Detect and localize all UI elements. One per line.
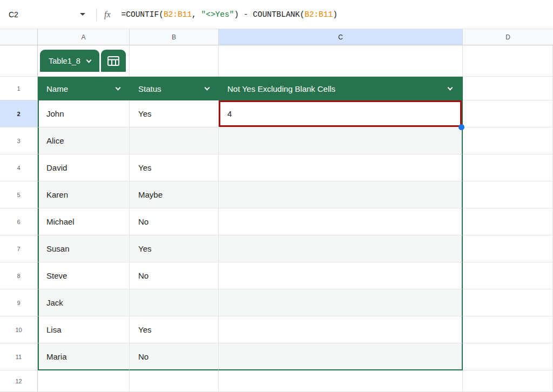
- cell-d4[interactable]: [463, 154, 553, 181]
- cell-a12[interactable]: [38, 370, 130, 392]
- table-header-row: 1 Name Status Not Yes Excluding Blank Ce…: [0, 77, 553, 100]
- row-header-10[interactable]: 10: [0, 316, 38, 343]
- select-all-corner[interactable]: [0, 29, 38, 45]
- column-header-b[interactable]: B: [130, 29, 219, 45]
- row-header-6[interactable]: 6: [0, 208, 38, 235]
- cell-value: 4: [227, 109, 232, 118]
- cell-a6[interactable]: Michael: [38, 208, 130, 235]
- cell-d12[interactable]: [463, 370, 553, 392]
- cell-d2[interactable]: [463, 100, 553, 127]
- table-header-cell-name[interactable]: Name: [38, 77, 130, 100]
- filter-chevron-icon[interactable]: [448, 85, 453, 90]
- cell-a2[interactable]: John: [38, 100, 130, 127]
- cell-d5[interactable]: [463, 181, 553, 208]
- fill-handle[interactable]: [458, 124, 464, 130]
- table-name-chip[interactable]: Table1_8: [40, 50, 99, 72]
- formula-token: - COUNTBLANK(: [239, 10, 305, 19]
- cell-b6[interactable]: No: [130, 208, 219, 235]
- header-label: Not Yes Excluding Blank Cells: [227, 84, 335, 93]
- table-header-cell-status[interactable]: Status: [130, 77, 219, 100]
- row-header-12[interactable]: 12: [0, 370, 38, 392]
- cell-b12[interactable]: [130, 370, 219, 392]
- cell-a5[interactable]: Karen: [38, 181, 130, 208]
- cell-a11[interactable]: Maria: [38, 343, 130, 370]
- cell-a9[interactable]: Jack: [38, 289, 130, 316]
- cell-d6[interactable]: [463, 208, 553, 235]
- table-menu-button[interactable]: [101, 50, 126, 72]
- column-header-a[interactable]: A: [38, 29, 130, 45]
- cell-d7[interactable]: [463, 235, 553, 262]
- cell-b11[interactable]: No: [130, 343, 219, 370]
- cell-d10[interactable]: [463, 316, 553, 343]
- name-box-value: C2: [9, 10, 18, 19]
- cell-a8[interactable]: Steve: [38, 262, 130, 289]
- cell-d1[interactable]: [463, 77, 553, 100]
- cell-d9[interactable]: [463, 289, 553, 316]
- row-header-3[interactable]: 3: [0, 127, 38, 154]
- fx-icon: fx: [104, 10, 111, 19]
- column-header-d[interactable]: D: [463, 29, 553, 45]
- sheet-row: 4 David Yes: [0, 154, 553, 181]
- cell-b7[interactable]: Yes: [130, 235, 219, 262]
- cell-d8[interactable]: [463, 262, 553, 289]
- cell-c9[interactable]: [219, 289, 463, 316]
- cell-a3[interactable]: Alice: [38, 127, 130, 154]
- cell-b8[interactable]: No: [130, 262, 219, 289]
- row-header-4[interactable]: 4: [0, 154, 38, 181]
- cell-c5[interactable]: [219, 181, 463, 208]
- cell-b2[interactable]: Yes: [130, 100, 219, 127]
- row-header-2[interactable]: 2: [0, 100, 38, 127]
- cell-d3[interactable]: [463, 127, 553, 154]
- name-box-caret-icon[interactable]: [80, 13, 85, 16]
- cell-c11[interactable]: [219, 343, 463, 370]
- formula-token-string: "<>Yes": [201, 10, 234, 19]
- row-header-9[interactable]: 9: [0, 289, 38, 316]
- sheet-row: 3 Alice: [0, 127, 553, 154]
- table-icon: [107, 56, 119, 66]
- filter-chevron-icon[interactable]: [205, 85, 210, 90]
- name-box[interactable]: C2: [6, 6, 93, 23]
- cell-a10[interactable]: Lisa: [38, 316, 130, 343]
- row-header-blank[interactable]: [0, 45, 38, 77]
- row-header-7[interactable]: 7: [0, 235, 38, 262]
- cell-d11[interactable]: [463, 343, 553, 370]
- cell-a4[interactable]: David: [38, 154, 130, 181]
- column-header-c[interactable]: C: [219, 29, 463, 45]
- table-header-cell-c[interactable]: Not Yes Excluding Blank Cells: [219, 77, 463, 100]
- cell-c8[interactable]: [219, 262, 463, 289]
- chevron-down-icon: [86, 58, 91, 63]
- cell-c4[interactable]: [219, 154, 463, 181]
- cell[interactable]: [463, 45, 553, 77]
- sheet-row: 9 Jack: [0, 289, 553, 316]
- filter-chevron-icon[interactable]: [116, 85, 121, 90]
- formula-token: ,: [192, 10, 201, 19]
- sheet-row: 8 Steve No: [0, 262, 553, 289]
- sheet-row: 12: [0, 370, 553, 392]
- cell-c7[interactable]: [219, 235, 463, 262]
- cell-b10[interactable]: Yes: [130, 316, 219, 343]
- row-header-1[interactable]: 1: [0, 77, 38, 100]
- cell-c12[interactable]: [219, 370, 463, 392]
- row-header-11[interactable]: 11: [0, 343, 38, 370]
- cell-c3[interactable]: [219, 127, 463, 154]
- cell-a7[interactable]: Susan: [38, 235, 130, 262]
- divider: [96, 8, 97, 21]
- formula-token-range: B2:B11: [305, 10, 333, 19]
- cell-b3[interactable]: [130, 127, 219, 154]
- formula-input[interactable]: =COUNTIF(B2:B11, "<>Yes") - COUNTBLANK(B…: [122, 10, 338, 19]
- cell-b4[interactable]: Yes: [130, 154, 219, 181]
- cell-c6[interactable]: [219, 208, 463, 235]
- cell-b5[interactable]: Maybe: [130, 181, 219, 208]
- sheet-row: 6 Michael No: [0, 208, 553, 235]
- row-header-5[interactable]: 5: [0, 181, 38, 208]
- table-name-label: Table1_8: [49, 57, 80, 65]
- cell[interactable]: [130, 45, 219, 77]
- selected-cell-c2[interactable]: 4: [219, 100, 463, 127]
- sheet-row: 10 Lisa Yes: [0, 316, 553, 343]
- cell-c10[interactable]: [219, 316, 463, 343]
- header-label: Status: [138, 84, 161, 93]
- cell[interactable]: [219, 45, 463, 77]
- row-header-8[interactable]: 8: [0, 262, 38, 289]
- sheet-row: 11 Maria No: [0, 343, 553, 370]
- cell-b9[interactable]: [130, 289, 219, 316]
